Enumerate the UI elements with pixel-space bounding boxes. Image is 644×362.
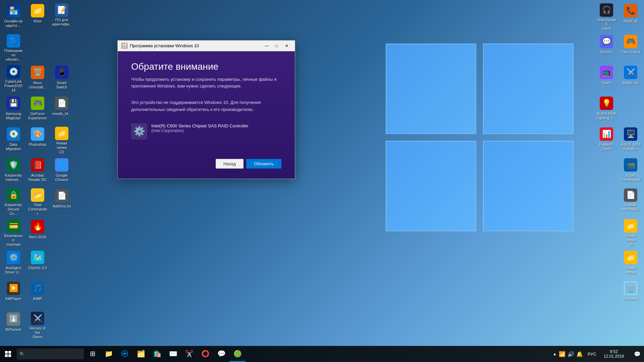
- taskbar-item-mail[interactable]: ✉️: [165, 346, 181, 362]
- taskbar-item-edge[interactable]: [117, 346, 133, 362]
- icon-kaspersky-secure[interactable]: 🔒 KasperskySecure Co...: [2, 187, 25, 217]
- dialog-subtext: Чтобы продолжить установку и сохранить п…: [131, 76, 281, 89]
- icon-battlenet[interactable]: ⚔️ Battle.net: [619, 63, 642, 94]
- device-icon: ⚙️: [131, 123, 147, 139]
- svg-rect-3: [8, 354, 11, 357]
- icon-data-migration[interactable]: 💽 DataMigration: [2, 125, 25, 155]
- icon-photoshop[interactable]: 🎨 Photoshop: [26, 125, 49, 155]
- svg-rect-2: [5, 354, 8, 357]
- icon-new-folder-empty[interactable]: 📁 Новая папка: [619, 248, 642, 279]
- icon-raiderio[interactable]: 📊 RaiderIOClient: [595, 125, 618, 155]
- dialog-close-button[interactable]: ✕: [282, 42, 291, 50]
- icon-safe-payments[interactable]: 💳 Безопасныеплатежи: [2, 218, 25, 248]
- icon-kaspersky-internet[interactable]: 🛡️ KasperskyInternet...: [2, 156, 25, 186]
- desktop: 🏪 Онлайн-продукта ... 📁 Юля 📝 ПО дляиден…: [0, 0, 644, 362]
- icon-google-chrome[interactable]: 🌐 GoogleChrome: [50, 156, 73, 186]
- icon-nero[interactable]: 🔥 Nero 2018: [26, 218, 49, 248]
- dialog-body: Обратите внимание Чтобы продолжить устан…: [118, 51, 295, 179]
- icon-teamspeak[interactable]: 🎧 TeamSpeak 3Client: [595, 2, 618, 32]
- taskbar-item-file-explorer[interactable]: 📁: [101, 346, 117, 362]
- device-details: Intel(R) C600 Series Chipset SAS RAID Co…: [151, 123, 249, 133]
- taskbar-search-bar[interactable]: 🔍: [17, 349, 84, 359]
- icon-geforce[interactable]: 🎮 GeForceExperience: [26, 94, 49, 124]
- icon-bittorrent[interactable]: ⬇️ BitTorrent: [2, 310, 25, 340]
- icon-kmplayer[interactable]: ▶️ KMPlayer: [2, 279, 25, 309]
- icon-recycle-bin[interactable]: 🗑️ Корзина: [619, 279, 642, 309]
- dialog-minimize-button[interactable]: —: [262, 42, 271, 50]
- action-center-icon[interactable]: 💬: [634, 351, 641, 357]
- desktop-icons-area: 🏪 Онлайн-продукта ... 📁 Юля 📝 ПО дляиден…: [0, 0, 644, 346]
- taskbar: 🔍 ⊞ 📁 🗂️ 🛍️ ✉️ ✂️ ⭕ 💬 🟢 ▲ 📶 🔊 🔔 РУС: [0, 346, 644, 362]
- dialog-maximize-button[interactable]: □: [272, 42, 281, 50]
- taskbar-item-opera[interactable]: ⭕: [197, 346, 213, 362]
- tray-volume-icon[interactable]: 🔊: [568, 351, 574, 357]
- dialog-update-button[interactable]: Обновить: [246, 159, 281, 169]
- icon-update-helper[interactable]: 🔵 Помощникпо обновл...: [2, 33, 25, 63]
- icon-samsung-magician[interactable]: 💾 SamsungMagician: [2, 94, 25, 124]
- icon-aura-rgb[interactable]: 💡 AURA RGBLighting C...: [595, 94, 618, 124]
- taskbar-pinned-items: ⊞ 📁 🗂️ 🛍️ ✉️ ✂️ ⭕ 💬 🟢: [85, 346, 549, 362]
- icon-aimp[interactable]: 🎵 AIMP: [26, 279, 49, 309]
- icon-auslogics[interactable]: ⚙️ AuslogicsDriver U...: [2, 248, 25, 279]
- icon-tukui[interactable]: 🎮 Tukui Client: [619, 33, 642, 63]
- icon-raidcall[interactable]: 📞 RaidCall: [619, 2, 642, 32]
- icon-heroes-of-storm[interactable]: ⚔️ Heroes of theStorm: [26, 310, 49, 340]
- icon-discord[interactable]: 💬 Discord: [595, 33, 618, 63]
- icon-xsplit-gamecaster[interactable]: 📹 XSplitGamecaster: [619, 156, 642, 186]
- dialog-window-controls: — □ ✕: [262, 42, 291, 50]
- windows-10-setup-dialog[interactable]: 🪟 Программа установки Windows 10 — □ ✕ О…: [117, 40, 295, 179]
- taskbar-right-area: ▲ 📶 🔊 🔔 РУС 9:52 12.01.2019 💬: [549, 349, 644, 359]
- taskbar-item-file-manager[interactable]: 🗂️: [133, 346, 149, 362]
- clock-date: 12.01.2019: [604, 354, 624, 359]
- icon-acrobat[interactable]: 📕 AcrobatReader DC: [26, 156, 49, 186]
- svg-rect-1: [8, 351, 11, 354]
- icon-new-text-file[interactable]: 📄 Новыйтекстовый...: [619, 187, 642, 217]
- taskbar-item-task-view[interactable]: ⊞: [85, 346, 101, 362]
- keyboard-language[interactable]: РУС: [586, 352, 598, 357]
- icon-online-product[interactable]: 🏪 Онлайн-продукта ...: [2, 2, 25, 32]
- icon-cityinfo[interactable]: 🗺️ CityInfo 3.0: [26, 248, 49, 279]
- taskbar-item-snip[interactable]: ✂️: [181, 346, 197, 362]
- icon-smart-switch[interactable]: 📱 Smart Switch: [50, 63, 73, 94]
- icon-cyberlink[interactable]: 💿 CyberLinkPowerDVD 18: [2, 63, 25, 94]
- icon-asus-gpu-tweakii[interactable]: 🖥️ ASUS GPUTweaki...: [619, 125, 642, 155]
- icon-grid-left: 🏪 Онлайн-продукта ... 📁 Юля 📝 ПО дляиден…: [2, 2, 73, 340]
- dialog-footer: Назад Обновить: [131, 152, 281, 169]
- taskbar-clock[interactable]: 9:52 12.01.2019: [601, 349, 627, 359]
- icon-total-commander[interactable]: 📂 TotalCommander: [26, 187, 49, 217]
- start-button[interactable]: [0, 346, 16, 362]
- dialog-device-info: ⚙️ Intel(R) C600 Series Chipset SAS RAID…: [131, 123, 281, 139]
- clock-time: 9:52: [610, 349, 618, 354]
- dialog-heading: Обратите внимание: [131, 61, 281, 72]
- icon-revo[interactable]: 🗑️ RevoUninstall...: [26, 63, 49, 94]
- taskbar-item-store[interactable]: 🛍️: [149, 346, 165, 362]
- taskbar-item-active[interactable]: 🟢: [229, 346, 246, 362]
- icon-addons-txt[interactable]: 📄 AddOns.txt: [50, 187, 73, 217]
- svg-rect-0: [5, 351, 8, 354]
- icon-software-id[interactable]: 📝 ПО дляидентифи...: [50, 2, 73, 32]
- icon-new-folder-3[interactable]: 📁 Новая папка(3): [619, 218, 642, 248]
- device-name-text: Intel(R) C600 Series Chipset SAS RAID Co…: [151, 123, 249, 128]
- dialog-back-button[interactable]: Назад: [216, 159, 244, 169]
- tray-network-icon[interactable]: 📶: [559, 351, 566, 357]
- system-tray-icons: ▲ 📶 🔊 🔔: [553, 351, 583, 357]
- icon-twitch[interactable]: 📺 Twitch: [595, 63, 618, 94]
- dialog-title-text: Программа установки Windows 10: [130, 43, 262, 48]
- dialog-title-icon: 🪟: [121, 43, 128, 49]
- taskbar-item-teams[interactable]: 💬: [213, 346, 229, 362]
- dialog-titlebar: 🪟 Программа установки Windows 10 — □ ✕: [118, 41, 295, 51]
- tray-notification-icon[interactable]: 🔔: [576, 351, 583, 357]
- icon-new-folder-2[interactable]: 📁 Новая папка(2): [50, 125, 73, 155]
- tray-chevron-icon[interactable]: ▲: [553, 352, 557, 356]
- search-icon: 🔍: [19, 352, 25, 357]
- device-maker-text: (Intel Corporation): [151, 128, 249, 133]
- icon-yulya[interactable]: 📁 Юля: [26, 2, 49, 32]
- dialog-body-text: Это устройство не поддерживается Windows…: [131, 99, 281, 113]
- icon-grid-right: 🎧 TeamSpeak 3Client 📞 RaidCall 💬 Discord…: [595, 2, 642, 309]
- icon-results[interactable]: 📄 results_ht...: [50, 94, 73, 124]
